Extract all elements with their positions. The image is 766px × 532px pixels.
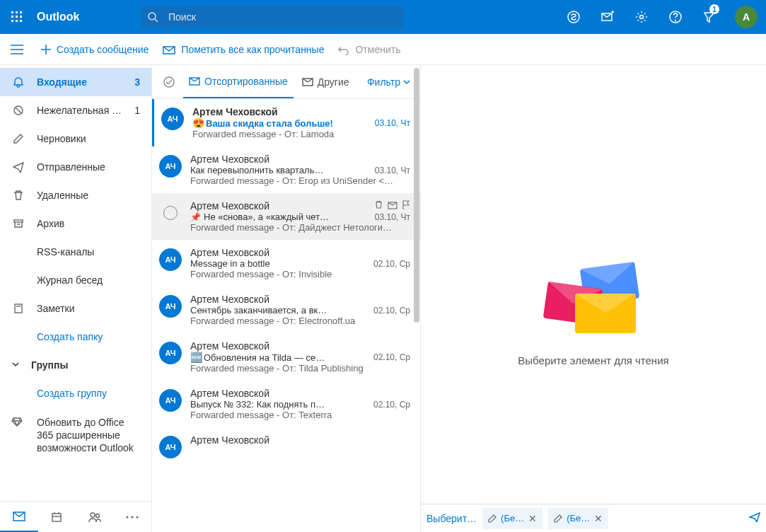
search-input[interactable] (164, 11, 403, 23)
filter-label: Фильтр (367, 76, 400, 88)
mail-module-icon[interactable] (0, 502, 38, 532)
message-item[interactable]: АЧАртем ЧеховскойMessage in a bottle02.1… (152, 240, 420, 287)
sender-avatar: АЧ (159, 295, 182, 318)
notifications-icon[interactable]: 1 (692, 0, 726, 34)
upgrade-link[interactable]: Обновить до Office 365 расширенные возмо… (0, 407, 151, 463)
svg-point-9 (149, 13, 156, 20)
svg-point-35 (132, 516, 134, 518)
svg-rect-7 (16, 20, 18, 22)
mark-all-read-button[interactable]: Пометить все как прочитанные (156, 34, 331, 65)
tab-other[interactable]: Другие (296, 66, 355, 98)
sent-icon (11, 161, 25, 173)
create-folder-link[interactable]: Создать папку (0, 323, 151, 351)
trash-icon (11, 190, 25, 201)
draft-tab-1[interactable]: (Бе… ✕ (482, 508, 542, 529)
groups-label: Группы (31, 359, 68, 371)
skype-icon[interactable] (557, 0, 591, 34)
svg-line-10 (155, 19, 158, 22)
message-subject: Message in a bottle (190, 258, 270, 269)
sender-avatar: АЧ (159, 342, 182, 364)
people-module-icon[interactable] (76, 502, 114, 532)
app-launcher[interactable] (0, 0, 34, 34)
settings-icon[interactable] (625, 0, 658, 34)
svg-point-32 (91, 513, 95, 517)
folder-label: Журнал бесед (37, 274, 151, 286)
new-message-label: Создать сообщение (57, 44, 149, 55)
user-avatar[interactable]: A (735, 6, 758, 28)
scrollbar[interactable] (413, 65, 420, 532)
message-item[interactable]: АЧАртем Чеховской🆕Обновления на Tilda — … (152, 333, 420, 381)
svg-point-13 (640, 16, 644, 19)
svg-point-33 (95, 514, 99, 517)
help-icon[interactable] (658, 0, 692, 34)
message-date: 02.10, Ср (373, 352, 410, 362)
folder-conversations[interactable]: Журнал бесед (0, 266, 151, 294)
search-icon (141, 11, 164, 23)
groups-header[interactable]: Группы (0, 351, 151, 379)
message-item[interactable]: Артем Чеховской📌Не «снова», а «каждый че… (152, 193, 420, 240)
message-item[interactable]: АЧАртем ЧеховскойВыпуск № 332: Как подня… (152, 381, 420, 427)
svg-rect-1 (16, 11, 18, 13)
flag-icon[interactable] (402, 200, 410, 212)
new-message-button[interactable]: Создать сообщение (34, 34, 156, 65)
undo-button[interactable]: Отменить (331, 34, 407, 65)
delete-icon[interactable] (374, 200, 383, 212)
filter-button[interactable]: Фильтр (367, 76, 414, 88)
message-subject: 🆕Обновления на Tilda — се… (190, 352, 325, 363)
sender-avatar (159, 202, 182, 224)
message-item[interactable]: АЧАртем ЧеховскойСентябрь заканчивается,… (152, 287, 420, 333)
select-all-icon[interactable] (158, 76, 180, 88)
message-item[interactable]: АЧАртем Чеховской (152, 427, 420, 466)
hamburger-icon[interactable] (0, 45, 34, 54)
search-box[interactable] (141, 6, 403, 28)
tab-focused[interactable]: Отсортированные (183, 66, 294, 98)
folder-label: Заметки (37, 303, 151, 314)
message-preview: Forwarded message - От: Lamoda (192, 129, 410, 139)
svg-point-37 (164, 77, 174, 87)
archive-icon (11, 218, 25, 229)
message-preview: Forwarded message - От: Invisible (190, 269, 410, 279)
message-preview: Forwarded message - От: Tilda Publishing (190, 363, 410, 374)
close-icon[interactable]: ✕ (594, 513, 603, 524)
sender-avatar: АЧ (161, 108, 184, 130)
calendar-module-icon[interactable] (38, 502, 76, 532)
message-subject: 😍Ваша скидка стала больше! (192, 117, 333, 129)
message-sender: Артем Чеховской (190, 200, 269, 212)
message-sender: Артем Чеховской (190, 294, 269, 305)
folder-rss[interactable]: RSS-каналы (0, 238, 151, 266)
mark-all-read-label: Пометить все как прочитанные (181, 44, 324, 55)
folder-drafts[interactable]: Черновики (0, 125, 151, 153)
folder-junk[interactable]: Нежелательная … 1 (0, 96, 151, 125)
message-date: 03.10, Чт (375, 118, 410, 128)
create-group-link[interactable]: Создать группу (0, 379, 151, 407)
message-item[interactable]: АЧАртем ЧеховскойКак перевыполнить кварт… (152, 146, 420, 193)
mail-icon[interactable] (388, 200, 397, 212)
close-icon[interactable]: ✕ (528, 513, 537, 524)
new-draft-icon[interactable] (749, 512, 760, 524)
folder-sent[interactable]: Отправленные (0, 153, 151, 181)
folder-deleted[interactable]: Удаленные (0, 181, 151, 209)
svg-rect-4 (16, 16, 18, 18)
folder-inbox[interactable]: Входящие 3 (0, 68, 151, 96)
notes-icon (11, 303, 25, 314)
message-sender: Артем Чеховской (190, 340, 269, 352)
message-sender: Артем Чеховской (192, 106, 278, 117)
empty-reading-text: Выберите элемент для чтения (518, 354, 668, 366)
folder-label: Архив (37, 218, 151, 229)
svg-rect-0 (11, 11, 13, 13)
brand-label: Outlook (37, 11, 141, 23)
svg-rect-6 (11, 20, 13, 22)
tab-other-label: Другие (318, 76, 349, 88)
draft-tab-2[interactable]: (Бе… ✕ (548, 508, 608, 529)
upgrade-label: Обновить до Office 365 расширенные возмо… (37, 417, 134, 453)
message-date: 02.10, Ср (373, 400, 410, 410)
undo-label: Отменить (355, 44, 400, 55)
draft-select-label[interactable]: Выберит… (426, 513, 477, 524)
mail-action-icon[interactable] (591, 0, 625, 34)
message-item[interactable]: АЧАртем Чеховской😍Ваша скидка стала боль… (152, 99, 420, 146)
svg-rect-24 (14, 220, 23, 222)
folder-archive[interactable]: Архив (0, 209, 151, 238)
folder-notes[interactable]: Заметки (0, 294, 151, 323)
more-modules-icon[interactable] (114, 502, 152, 532)
svg-rect-25 (15, 304, 22, 313)
